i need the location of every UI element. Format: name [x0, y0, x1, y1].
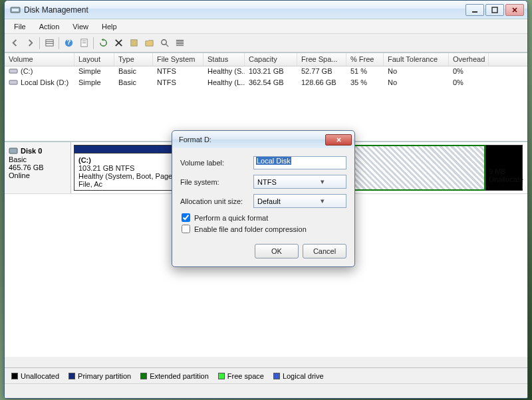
- list-icon[interactable]: [172, 36, 187, 50]
- drive-icon: [9, 78, 18, 86]
- svg-rect-3: [492, 7, 497, 13]
- quick-format-checkbox[interactable]: [182, 213, 190, 222]
- allocation-label: Allocation unit size:: [180, 197, 253, 205]
- svg-rect-18: [9, 69, 17, 73]
- filesystem-label: File system:: [180, 178, 253, 186]
- maximize-button[interactable]: [485, 4, 504, 16]
- dialog-title: Format D:: [179, 136, 325, 144]
- dialog-titlebar[interactable]: Format D:: [172, 131, 354, 148]
- header-filesystem[interactable]: File System: [153, 53, 203, 66]
- svg-rect-2: [472, 11, 477, 13]
- window-title: Disk Management: [24, 5, 466, 15]
- minimize-button[interactable]: [466, 4, 484, 16]
- statusbar: [5, 383, 527, 398]
- filesystem-select[interactable]: NTFS▾: [253, 175, 346, 189]
- zoom-icon[interactable]: [157, 36, 172, 50]
- menu-view[interactable]: View: [66, 21, 95, 33]
- svg-rect-15: [176, 40, 183, 42]
- properties-button[interactable]: [76, 36, 91, 50]
- header-free[interactable]: Free Spa...: [297, 53, 346, 66]
- header-overhead[interactable]: Overhead: [449, 53, 489, 66]
- menu-action[interactable]: Action: [33, 21, 66, 33]
- unallocated-label: 9 MB Unallocate: [489, 167, 523, 183]
- help-button[interactable]: ?: [61, 36, 76, 50]
- svg-point-13: [161, 40, 166, 45]
- forward-button[interactable]: [23, 36, 37, 50]
- toolbar: ?: [5, 34, 527, 52]
- header-pfree[interactable]: % Free: [346, 53, 384, 66]
- header-layout[interactable]: Layout: [74, 53, 114, 66]
- header-type[interactable]: Type: [114, 53, 153, 66]
- format-dialog: Format D: Volume label: Local Disk File …: [172, 130, 355, 267]
- volume-label-label: Volume label:: [180, 159, 253, 167]
- list-header[interactable]: Volume Layout Type File System Status Ca…: [5, 53, 527, 66]
- drive-icon: [9, 67, 18, 75]
- menu-file[interactable]: File: [7, 21, 33, 33]
- svg-rect-16: [176, 43, 183, 45]
- app-icon: [10, 5, 21, 15]
- cancel-button[interactable]: Cancel: [303, 244, 346, 258]
- svg-rect-17: [176, 45, 183, 46]
- ok-button[interactable]: OK: [255, 244, 299, 258]
- close-button[interactable]: [505, 4, 524, 16]
- compression-checkbox[interactable]: [182, 225, 190, 233]
- view-button[interactable]: [42, 36, 57, 50]
- disk-icon: [9, 146, 18, 155]
- header-capacity[interactable]: Capacity: [245, 53, 297, 66]
- chevron-down-icon: ▾: [301, 177, 345, 186]
- quick-format-label: Perform a quick format: [194, 214, 268, 222]
- menubar: File Action View Help: [5, 19, 527, 34]
- svg-rect-19: [9, 80, 17, 84]
- partition-c[interactable]: (C:) 103.21 GB NTFS Healthy (System, Boo…: [74, 145, 179, 191]
- volume-label-input[interactable]: Local Disk: [253, 156, 346, 169]
- volume-row[interactable]: (C:) Simple Basic NTFS Healthy (S... 103…: [5, 66, 527, 78]
- svg-rect-4: [45, 40, 53, 46]
- delete-icon[interactable]: [111, 36, 126, 50]
- svg-rect-1: [12, 9, 19, 11]
- refresh-button[interactable]: [96, 36, 110, 50]
- header-ft[interactable]: Fault Tolerance: [384, 53, 449, 66]
- menu-help[interactable]: Help: [95, 21, 124, 33]
- volume-list: Volume Layout Type File System Status Ca…: [5, 52, 527, 142]
- folder-icon[interactable]: [142, 36, 156, 50]
- compression-label: Enable file and folder compression: [194, 225, 307, 233]
- chevron-down-icon: ▾: [301, 197, 345, 205]
- titlebar[interactable]: Disk Management: [5, 1, 527, 19]
- header-status[interactable]: Status: [203, 53, 245, 66]
- dialog-close-button[interactable]: [325, 134, 352, 146]
- svg-line-14: [166, 44, 168, 47]
- volume-row[interactable]: Local Disk (D:) Simple Basic NTFS Health…: [5, 78, 527, 89]
- legend: Unallocated Primary partition Extended p…: [5, 367, 527, 383]
- disk-info[interactable]: Disk 0 Basic 465.76 GB Online: [5, 142, 71, 193]
- header-volume[interactable]: Volume: [5, 53, 74, 66]
- svg-rect-20: [9, 148, 17, 153]
- svg-text:?: ?: [66, 39, 70, 46]
- back-button[interactable]: [7, 36, 22, 50]
- settings-icon[interactable]: [126, 36, 141, 50]
- svg-rect-12: [130, 40, 136, 46]
- allocation-select[interactable]: Default▾: [253, 194, 346, 208]
